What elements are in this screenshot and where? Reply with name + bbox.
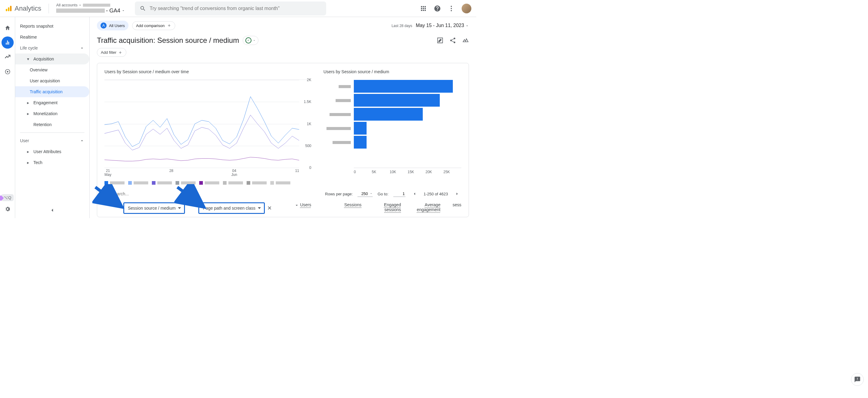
bar-row	[323, 94, 461, 108]
chart-legend	[104, 181, 311, 185]
add-comparison-button[interactable]: Add comparison	[132, 21, 175, 30]
legend-item[interactable]	[128, 181, 148, 185]
goto-input[interactable]	[393, 191, 405, 197]
sidebar-engagement[interactable]: ▸Engagement	[15, 97, 89, 108]
legend-item[interactable]	[270, 181, 290, 185]
add-comparison-label: Add comparison	[136, 23, 165, 28]
collapse-sidebar-button[interactable]	[48, 205, 57, 215]
legend-label-redacted	[110, 181, 125, 184]
metric-engaged-sessions[interactable]: Engagedsessions	[374, 202, 401, 212]
bar-label-redacted	[323, 141, 351, 144]
sidebar-overview[interactable]: Overview	[15, 64, 89, 75]
legend-item[interactable]	[104, 181, 125, 185]
comparison-all-users[interactable]: A All Users	[97, 21, 128, 30]
title-status-chip[interactable]	[243, 36, 258, 45]
legend-item[interactable]	[152, 181, 172, 185]
metric-users-label: Users	[300, 202, 311, 207]
search-container	[135, 2, 326, 16]
sidebar-tech[interactable]: ▸Tech	[15, 157, 89, 168]
date-label: Last 28 days	[392, 24, 412, 28]
comparison-badge: A	[100, 23, 106, 29]
sidebar-monetization[interactable]: ▸Monetization	[15, 108, 89, 119]
customize-report-icon[interactable]	[437, 37, 443, 44]
sidebar-acquisition[interactable]: ▾Acquisition	[15, 54, 89, 64]
y-tick: 500	[305, 144, 311, 148]
legend-swatch	[104, 181, 108, 185]
rail-advertising[interactable]	[2, 66, 14, 78]
sidebar-reports-snapshot[interactable]: Reports snapshot	[15, 21, 89, 32]
rail-explore[interactable]	[2, 51, 14, 63]
rail-home[interactable]	[2, 22, 14, 34]
date-range-picker[interactable]: Last 28 days May 15 - Jun 11, 2023	[392, 23, 469, 28]
add-filter-button[interactable]: Add filter	[97, 48, 126, 57]
check-circle-icon	[245, 37, 251, 43]
legend-item[interactable]	[223, 181, 243, 185]
table-search[interactable]	[104, 191, 142, 196]
chevron-left-icon	[412, 191, 417, 196]
apps-icon[interactable]	[420, 5, 427, 12]
svg-rect-1	[8, 7, 9, 11]
table-search-input[interactable]	[112, 191, 142, 196]
keyboard-shortcut-pill[interactable]: ⌥Q	[1, 194, 14, 201]
svg-rect-2	[10, 6, 11, 11]
rows-per-page-select[interactable]	[358, 191, 373, 197]
chevron-left-icon	[49, 207, 55, 213]
x-tick: 04	[232, 169, 236, 173]
legend-label-redacted	[252, 181, 267, 184]
tech-label: Tech	[33, 160, 42, 165]
product-name: Analytics	[14, 5, 41, 12]
legend-item[interactable]	[176, 181, 195, 185]
legend-label-redacted	[134, 181, 148, 184]
feedback-button[interactable]	[851, 373, 864, 386]
metric-sessions-label: Sessions	[344, 202, 362, 207]
bar-chart	[323, 80, 461, 168]
sidebar-user-attributes[interactable]: ▸User Attributes	[15, 146, 89, 157]
line-x-axis: 21May 28 04Jun 11	[104, 169, 299, 177]
main-content: A All Users Add comparison Last 28 days …	[90, 17, 476, 218]
secondary-dimension-selector[interactable]: Page path and screen class	[198, 202, 265, 214]
svg-point-3	[451, 6, 452, 7]
search-box[interactable]	[135, 2, 326, 16]
primary-dimension-selector[interactable]: Session source / medium	[123, 202, 185, 214]
insights-icon[interactable]	[462, 37, 469, 44]
bar-x-axis: 0 5K 10K 15K 20K 25K	[354, 168, 461, 174]
report-card: Users by Session source / medium over ti…	[97, 63, 469, 217]
bar-x-tick: 20K	[426, 170, 443, 174]
sidebar-user-acquisition[interactable]: User acquisition	[15, 75, 89, 86]
bar-track	[354, 122, 461, 135]
sidebar-section-user[interactable]: User	[15, 135, 89, 146]
help-icon[interactable]	[434, 5, 441, 12]
product-logo[interactable]: Analytics	[5, 5, 41, 12]
x-tick-sub: Jun	[231, 173, 237, 177]
rail-admin[interactable]	[2, 203, 14, 215]
metric-users[interactable]: Users	[294, 202, 322, 212]
bar-x-tick: 10K	[390, 170, 408, 174]
metric-avg-engagement[interactable]: Averageengagement	[413, 202, 440, 212]
property-suffix: - GA4	[106, 8, 120, 14]
sort-desc-icon	[294, 202, 299, 207]
avatar[interactable]	[462, 4, 471, 13]
legend-item[interactable]	[199, 181, 219, 185]
metric-sessions[interactable]: Sessions	[334, 202, 362, 212]
sidebar-section-lifecycle[interactable]: Life cycle	[15, 42, 89, 54]
bar-track	[354, 136, 461, 149]
more-vert-icon[interactable]	[448, 5, 455, 12]
page-title: Traffic acquisition: Session source / me…	[97, 36, 239, 45]
search-input[interactable]	[150, 6, 321, 11]
share-icon[interactable]	[450, 37, 456, 44]
date-range-text: May 15 - Jun 11, 2023	[416, 23, 464, 28]
legend-item[interactable]	[247, 181, 267, 185]
remove-secondary-dimension[interactable]: ✕	[267, 205, 272, 211]
sidebar-realtime[interactable]: Realtime	[15, 32, 89, 42]
caret-down-icon	[253, 39, 256, 42]
legend-label-redacted	[276, 181, 290, 184]
account-selector[interactable]: All accounts - GA4	[56, 3, 125, 14]
prev-page-button[interactable]	[410, 190, 419, 198]
next-page-button[interactable]	[453, 190, 461, 198]
sidebar-retention[interactable]: ▸Retention	[15, 119, 89, 130]
bar-fill	[354, 108, 423, 121]
y-tick: 0	[309, 165, 311, 170]
rail-reports[interactable]	[2, 36, 14, 49]
legend-label-redacted	[228, 181, 243, 184]
sidebar-traffic-acquisition[interactable]: Traffic acquisition	[15, 86, 89, 97]
